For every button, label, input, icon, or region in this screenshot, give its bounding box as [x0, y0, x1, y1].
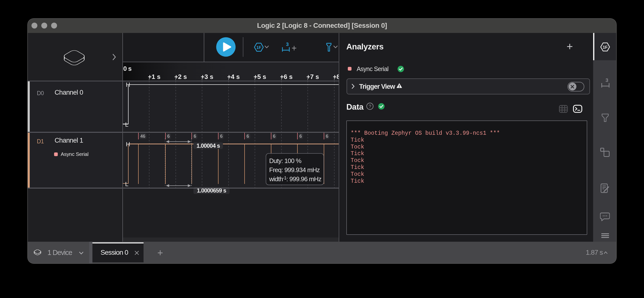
svg-text:?: ?: [369, 104, 372, 109]
svg-text:3: 3: [286, 42, 288, 47]
svg-text:1F: 1F: [256, 45, 261, 50]
svg-text:1F: 1F: [603, 45, 608, 50]
svg-text:3: 3: [606, 78, 608, 83]
